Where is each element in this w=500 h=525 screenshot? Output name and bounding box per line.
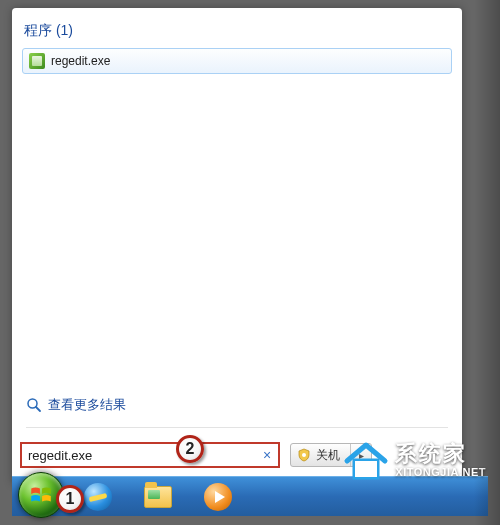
search-input-highlight: ×: [20, 442, 280, 468]
search-input[interactable]: [22, 444, 278, 466]
svg-point-2: [302, 453, 306, 457]
shield-icon: [297, 448, 311, 462]
search-icon: [26, 397, 42, 413]
divider: [26, 427, 448, 428]
start-menu-panel: 程序 (1) regedit.exe 查看更多结果 ×: [12, 8, 462, 484]
watermark-text-cn: 系统家: [395, 442, 486, 466]
screenshot-stage: 程序 (1) regedit.exe 查看更多结果 ×: [0, 0, 500, 525]
file-explorer-icon: [144, 486, 172, 508]
see-more-results-link[interactable]: 查看更多结果: [26, 396, 126, 414]
watermark-text-url: XITONGJIA.NET: [395, 466, 486, 478]
clear-search-button[interactable]: ×: [260, 448, 274, 462]
regedit-icon: [29, 53, 45, 69]
annotation-marker-1: 1: [56, 485, 84, 513]
annotation-marker-2: 2: [176, 435, 204, 463]
svg-line-1: [36, 407, 40, 411]
taskbar-item-explorer[interactable]: [132, 480, 184, 514]
see-more-results-label: 查看更多结果: [48, 396, 126, 414]
shutdown-button[interactable]: 关机: [291, 444, 351, 466]
program-result-regedit[interactable]: regedit.exe: [22, 48, 452, 74]
watermark-logo-icon: [343, 437, 389, 483]
program-result-label: regedit.exe: [51, 54, 110, 68]
taskbar-item-media-player[interactable]: [192, 480, 244, 514]
svg-rect-4: [355, 461, 377, 477]
internet-explorer-icon: [84, 483, 112, 511]
windows-logo-icon: [28, 482, 54, 508]
shutdown-label: 关机: [316, 447, 340, 464]
programs-header: 程序 (1): [20, 14, 454, 46]
watermark: 系统家 XITONGJIA.NET: [343, 437, 486, 483]
media-player-icon: [204, 483, 232, 511]
